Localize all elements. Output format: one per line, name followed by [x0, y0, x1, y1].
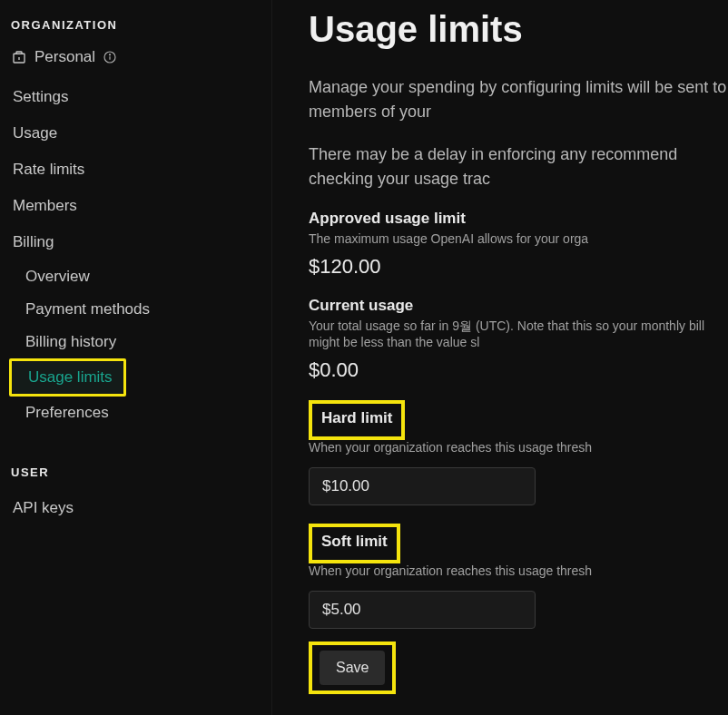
save-button[interactable]: Save	[320, 651, 385, 685]
approved-limit-section: Approved usage limit The maximum usage O…	[309, 210, 728, 279]
nav-settings[interactable]: Settings	[9, 79, 262, 115]
soft-limit-label: Soft limit	[321, 533, 388, 551]
building-icon	[11, 49, 27, 65]
sidebar: ORGANIZATION Personal Settings Usage Rat…	[0, 0, 272, 715]
description-1: Manage your spending by configuring limi…	[309, 75, 728, 124]
nav-members[interactable]: Members	[9, 188, 262, 224]
nav-billing[interactable]: Billing	[9, 224, 262, 260]
nav-api-keys[interactable]: API keys	[9, 490, 262, 526]
current-usage-section: Current usage Your total usage so far in…	[309, 297, 728, 382]
nav-billing-preferences[interactable]: Preferences	[9, 397, 262, 429]
highlight-soft-limit: Soft limit	[309, 524, 400, 563]
soft-limit-section: Soft limit When your organization reache…	[309, 524, 728, 629]
soft-limit-input[interactable]	[309, 591, 536, 629]
hard-limit-hint: When your organization reaches this usag…	[309, 440, 728, 455]
nav-usage[interactable]: Usage	[9, 115, 262, 152]
description-2: There may be a delay in enforcing any re…	[309, 142, 728, 191]
approved-limit-hint: The maximum usage OpenAI allows for your…	[309, 231, 728, 246]
user-heading: USER	[11, 465, 262, 479]
approved-limit-label: Approved usage limit	[309, 210, 466, 228]
approved-limit-value: $120.00	[309, 255, 728, 279]
org-selector[interactable]: Personal	[9, 43, 262, 72]
soft-limit-hint: When your organization reaches this usag…	[309, 563, 728, 578]
hard-limit-label: Hard limit	[321, 409, 392, 427]
page-title: Usage limits	[309, 9, 728, 50]
nav-billing-usage-limits[interactable]: Usage limits	[12, 361, 123, 394]
nav-billing-payment-methods[interactable]: Payment methods	[9, 293, 262, 326]
current-usage-label: Current usage	[309, 297, 413, 315]
current-usage-value: $0.00	[309, 358, 728, 382]
nav-billing-history[interactable]: Billing history	[9, 326, 262, 358]
org-name: Personal	[34, 48, 95, 66]
svg-point-2	[110, 54, 111, 55]
nav-rate-limits[interactable]: Rate limits	[9, 152, 262, 188]
nav-billing-overview[interactable]: Overview	[9, 260, 262, 293]
hard-limit-section: Hard limit When your organization reache…	[309, 400, 728, 505]
hard-limit-input[interactable]	[309, 467, 536, 505]
highlight-usage-limits: Usage limits	[9, 358, 126, 397]
org-heading: ORGANIZATION	[11, 18, 262, 32]
highlight-hard-limit: Hard limit	[309, 400, 405, 440]
main-content: Usage limits Manage your spending by con…	[272, 0, 728, 715]
highlight-save: Save	[309, 642, 396, 694]
info-icon[interactable]	[103, 50, 117, 64]
current-usage-hint: Your total usage so far in 9월 (UTC). Not…	[309, 318, 728, 349]
